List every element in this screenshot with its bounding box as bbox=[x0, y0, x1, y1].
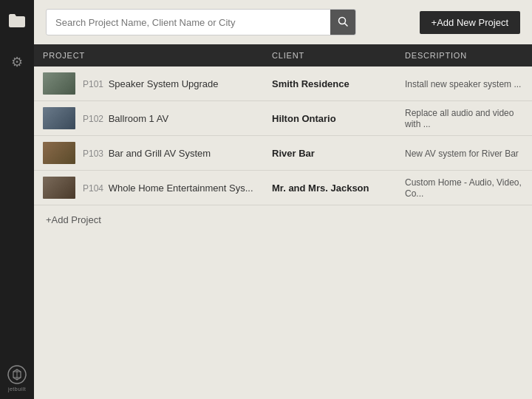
description-text: Install new speaker system ... bbox=[405, 79, 521, 89]
description-text: Custom Home - Audio, Video, Co... bbox=[405, 177, 522, 199]
project-thumbnail bbox=[43, 72, 75, 95]
project-label: P103 Bar and Grill AV System bbox=[83, 148, 211, 159]
client-name: River Bar bbox=[272, 148, 315, 159]
description-cell: Custom Home - Audio, Video, Co... bbox=[396, 171, 532, 205]
search-container bbox=[46, 9, 356, 35]
main-content: +Add New Project PROJECT CLIENT DESCRIPT… bbox=[34, 0, 532, 399]
client-name: Hilton Ontario bbox=[272, 113, 336, 124]
col-header-project: PROJECT bbox=[34, 44, 263, 66]
col-header-description: DESCRIPTION bbox=[396, 44, 532, 66]
project-cell: P103 Bar and Grill AV System bbox=[34, 136, 263, 171]
table-body: P101 Speaker System Upgrade Smith Reside… bbox=[34, 66, 532, 205]
search-icon bbox=[338, 16, 348, 29]
jetbuilt-logo: Jetbuilt bbox=[7, 364, 27, 392]
client-cell: Smith Residence bbox=[263, 66, 396, 101]
project-label: P104 Whole Home Entertainment Sys... bbox=[83, 183, 253, 194]
client-cell: Mr. and Mrs. Jackson bbox=[263, 171, 396, 205]
client-name: Smith Residence bbox=[272, 78, 349, 89]
client-cell: River Bar bbox=[263, 136, 396, 171]
project-cell: P102 Ballroom 1 AV bbox=[34, 101, 263, 136]
search-button[interactable] bbox=[330, 10, 355, 35]
jetbuilt-label: Jetbuilt bbox=[8, 386, 26, 392]
projects-table-container: PROJECT CLIENT DESCRIPTION P101 Speaker … bbox=[34, 44, 532, 399]
client-cell: Hilton Ontario bbox=[263, 101, 396, 136]
gear-icon[interactable]: ⚙ bbox=[4, 49, 30, 75]
client-name: Mr. and Mrs. Jackson bbox=[272, 183, 369, 194]
table-row[interactable]: P101 Speaker System Upgrade Smith Reside… bbox=[34, 66, 532, 101]
project-cell: P104 Whole Home Entertainment Sys... bbox=[34, 171, 263, 205]
project-cell: P101 Speaker System Upgrade bbox=[34, 66, 263, 101]
add-project-link[interactable]: +Add Project bbox=[34, 205, 113, 234]
description-text: Replace all audio and video with ... bbox=[405, 108, 514, 129]
project-label: P101 Speaker System Upgrade bbox=[83, 78, 219, 89]
project-thumbnail bbox=[43, 107, 75, 129]
add-new-project-button[interactable]: +Add New Project bbox=[420, 11, 520, 34]
description-text: New AV system for River Bar bbox=[405, 149, 519, 159]
project-label: P102 Ballroom 1 AV bbox=[83, 113, 168, 124]
description-cell: New AV system for River Bar bbox=[396, 136, 532, 171]
svg-line-5 bbox=[345, 23, 348, 26]
sidebar: ⚙ Jetbuilt bbox=[0, 0, 34, 399]
sidebar-bottom: Jetbuilt bbox=[7, 364, 27, 399]
description-cell: Replace all audio and video with ... bbox=[396, 101, 532, 136]
table-row[interactable]: P102 Ballroom 1 AV Hilton OntarioReplace… bbox=[34, 101, 532, 136]
table-row[interactable]: P104 Whole Home Entertainment Sys... Mr.… bbox=[34, 171, 532, 205]
folder-icon[interactable] bbox=[4, 7, 30, 34]
header: +Add New Project bbox=[34, 0, 532, 44]
col-header-client: CLIENT bbox=[263, 44, 396, 66]
description-cell: Install new speaker system ... bbox=[396, 66, 532, 101]
search-input[interactable] bbox=[47, 11, 330, 34]
project-thumbnail bbox=[43, 142, 75, 164]
project-thumbnail bbox=[43, 177, 75, 199]
table-header: PROJECT CLIENT DESCRIPTION bbox=[34, 44, 532, 66]
table-row[interactable]: P103 Bar and Grill AV System River BarNe… bbox=[34, 136, 532, 171]
projects-table: PROJECT CLIENT DESCRIPTION P101 Speaker … bbox=[34, 44, 532, 205]
